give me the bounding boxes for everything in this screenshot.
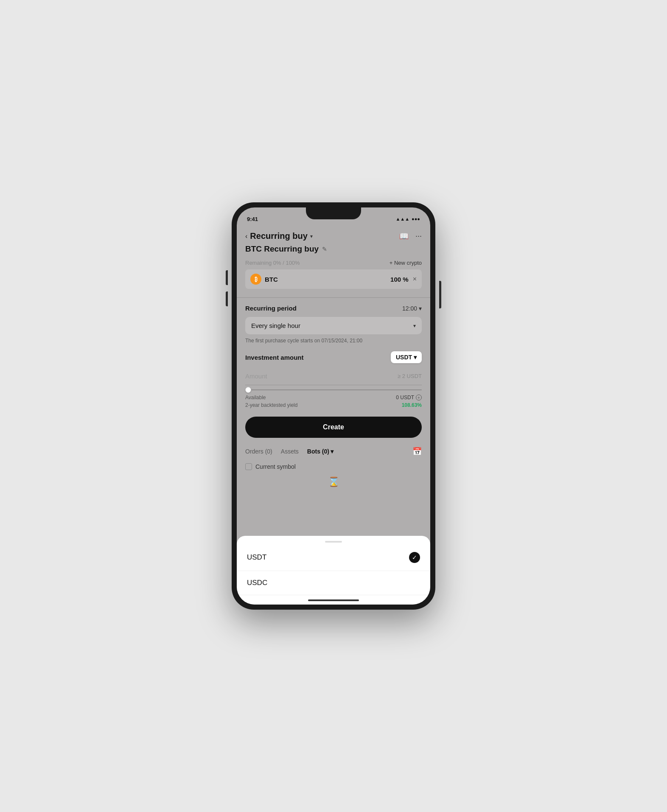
currency-selector[interactable]: USDT ▾ — [391, 351, 422, 363]
tab-assets[interactable]: Assets — [281, 446, 299, 456]
available-row: Available 0 USDT + — [245, 395, 422, 400]
btc-row: ₿ BTC 100 % × — [245, 269, 422, 289]
remaining-row: Remaining 0% / 100% + New crypto — [245, 260, 422, 266]
btc-remove-button[interactable]: × — [413, 275, 417, 283]
btc-left: ₿ BTC — [250, 274, 278, 285]
yield-label: 2-year backtested yield — [245, 402, 297, 408]
available-value: 0 USDT + — [396, 395, 422, 400]
yield-row: 2-year backtested yield 108.63% — [245, 402, 422, 408]
title-dropdown-arrow[interactable]: ▾ — [310, 233, 313, 239]
current-symbol-row: Current symbol — [245, 460, 422, 473]
calendar-icon[interactable]: 📅 — [412, 447, 422, 456]
purchase-note: The first purchase cycle starts on 07/15… — [245, 338, 422, 344]
back-button[interactable]: ‹ — [245, 232, 247, 240]
usdt-check-icon: ✓ — [409, 552, 420, 563]
amount-placeholder: Amount — [245, 372, 267, 380]
bottom-tabs: Orders (0) Assets Bots (0) ▾ 📅 — [245, 446, 422, 460]
bottom-sheet: USDT ✓ USDC — [237, 536, 430, 605]
more-options-icon[interactable]: ··· — [415, 232, 422, 241]
slider-thumb[interactable] — [245, 387, 251, 393]
tab-bots-arrow: ▾ — [331, 448, 334, 455]
amount-hint: ≥ 2 USDT — [398, 373, 422, 379]
signal-icon: ▲▲▲ — [395, 216, 409, 221]
period-time-selector[interactable]: 12:00 ▾ — [402, 305, 422, 312]
volume-up-button[interactable] — [226, 270, 228, 285]
volume-down-button[interactable] — [226, 291, 228, 306]
tab-bots[interactable]: Bots (0) ▾ — [307, 446, 334, 456]
section-title: BTC Recurring buy — [245, 244, 319, 254]
add-funds-icon[interactable]: + — [416, 395, 422, 400]
yield-value: 108.63% — [402, 402, 422, 408]
btc-name: BTC — [265, 276, 278, 283]
btc-percent: 100 % — [390, 276, 409, 283]
power-button[interactable] — [439, 281, 441, 308]
current-symbol-label: Current symbol — [255, 463, 296, 470]
phone-screen: 9:41 ▲▲▲ ●●● ‹ Recurring buy ▾ 📖 ··· BTC… — [237, 207, 430, 605]
sheet-option-usdt[interactable]: USDT ✓ — [237, 544, 430, 571]
btc-icon: ₿ — [250, 274, 261, 285]
amount-input-row: Amount ≥ 2 USDT — [245, 367, 422, 385]
notch — [306, 207, 361, 219]
tab-orders[interactable]: Orders (0) — [245, 446, 272, 456]
edit-icon[interactable]: ✎ — [322, 246, 327, 252]
page-title: Recurring buy — [250, 231, 308, 241]
loader-icon: ⌛ — [328, 476, 339, 487]
investment-row: Investment amount USDT ▾ — [245, 351, 422, 363]
period-dropdown[interactable]: Every single hour ▾ — [245, 317, 422, 334]
available-label: Available — [245, 395, 266, 400]
amount-slider[interactable] — [245, 389, 422, 390]
period-row: Recurring period 12:00 ▾ — [245, 305, 422, 312]
sheet-handle — [325, 541, 342, 543]
sheet-option-usdt-label: USDT — [247, 553, 266, 562]
period-dropdown-arrow: ▾ — [413, 323, 416, 329]
section-title-row: BTC Recurring buy ✎ — [245, 244, 422, 254]
recurring-period-label: Recurring period — [245, 305, 297, 312]
current-symbol-checkbox[interactable] — [245, 463, 252, 470]
create-button[interactable]: Create — [245, 417, 422, 438]
status-time: 9:41 — [247, 216, 258, 222]
battery-icon: ●●● — [412, 216, 420, 221]
header-right: 📖 ··· — [399, 232, 422, 241]
status-icons: ▲▲▲ ●●● — [395, 216, 420, 221]
app-header: ‹ Recurring buy ▾ 📖 ··· — [237, 226, 430, 244]
book-icon[interactable]: 📖 — [399, 232, 409, 241]
loader-area: ⌛ — [245, 473, 422, 490]
slider-track — [245, 389, 422, 390]
investment-label: Investment amount — [245, 354, 304, 361]
period-dropdown-value: Every single hour — [251, 322, 300, 329]
phone-frame: 9:41 ▲▲▲ ●●● ‹ Recurring buy ▾ 📖 ··· BTC… — [232, 202, 435, 610]
remaining-label: Remaining 0% / 100% — [245, 260, 300, 266]
home-indicator — [308, 599, 359, 601]
btc-right: 100 % × — [390, 275, 417, 283]
sheet-option-usdc[interactable]: USDC — [237, 571, 430, 595]
header-left: ‹ Recurring buy ▾ — [245, 231, 313, 241]
new-crypto-button[interactable]: + New crypto — [390, 260, 422, 266]
divider — [237, 297, 430, 298]
sheet-option-usdc-label: USDC — [247, 579, 267, 587]
